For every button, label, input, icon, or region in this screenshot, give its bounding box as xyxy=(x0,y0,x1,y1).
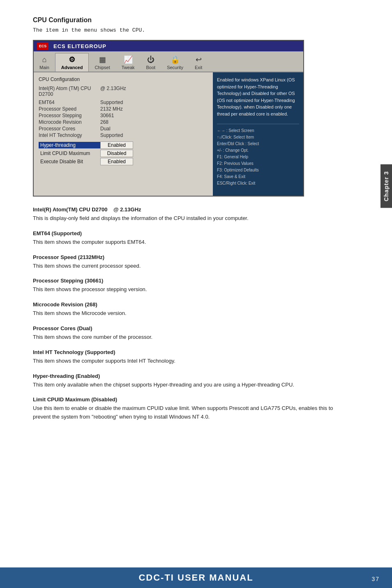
security-icon: 🔒 xyxy=(171,55,180,64)
footer-title: CDC-TI USER MANUAL xyxy=(138,572,253,583)
limit-cpuid-row[interactable]: Limit CPUID Maximum Disabled xyxy=(39,150,208,157)
section-text-microcode: This item shows the Microcode version. xyxy=(33,309,347,318)
section-hyper-threading: Hyper-threading (Enabled) This item only… xyxy=(33,373,347,389)
intel-ht-value: Supported xyxy=(100,132,123,138)
key-f3: F3: Optimized Defaults xyxy=(217,167,299,174)
section-heading-limit-cpuid: Limit CPUID Maximum (Disabled) xyxy=(33,396,347,403)
emt64-label: EMT64 xyxy=(39,100,100,105)
bios-header: ECS ECS ELITEGROUP xyxy=(34,41,303,51)
boot-icon: ⏻ xyxy=(147,56,154,64)
ecs-logo-icon: ECS xyxy=(37,42,48,50)
bottom-banner: CDC-TI USER MANUAL 37 xyxy=(0,567,392,588)
section-text-proc-speed: This item shows the current processor sp… xyxy=(33,262,347,271)
cpu-name-label: Intel(R) Atom (TM) CPU D2700 xyxy=(39,86,100,97)
key-select-screen: ←→ : Select Screen xyxy=(217,127,299,134)
section-proc-stepping: Processor Stepping (30661) This item sho… xyxy=(33,278,347,294)
page-title: CPU Configuration xyxy=(33,16,367,24)
section-microcode: Microcode Revision (268) This item shows… xyxy=(33,301,347,318)
section-heading-proc-speed: Processor Speed (2132MHz) xyxy=(33,254,347,260)
proc-cores-row: Processor Cores Dual xyxy=(39,126,208,132)
section-text-cpu-name: This is display-only field and displays … xyxy=(33,214,347,223)
bios-section-title: CPU Configuration xyxy=(39,76,208,82)
section-heading-emt64: EMT64 (Supported) xyxy=(33,230,347,236)
microcode-label: Microcode Revision xyxy=(39,119,100,125)
nav-label-tweak: Tweak xyxy=(122,65,135,70)
key-select-item: ↑↓/Click: Select Item xyxy=(217,134,299,141)
section-text-hyper-threading: This item only available when the chipse… xyxy=(33,381,347,389)
intel-ht-label: Intel HT Technology xyxy=(39,132,100,138)
proc-cores-label: Processor Cores xyxy=(39,126,100,132)
bios-nav: ⌂ Main ⚙ Advanced ▦ Chipset 📈 Tweak ⏻ Bo… xyxy=(34,51,303,72)
nav-label-chipset: Chipset xyxy=(95,65,110,70)
cpu-name-row: Intel(R) Atom (TM) CPU D2700 @ 2.13GHz xyxy=(39,86,208,97)
section-proc-speed: Processor Speed (2132MHz) This item show… xyxy=(33,254,347,271)
section-heading-proc-stepping: Processor Stepping (30661) xyxy=(33,278,347,284)
key-esc: ESC/Right Click: Exit xyxy=(217,180,299,187)
proc-speed-label: Processor Speed xyxy=(39,106,100,112)
intel-ht-row: Intel HT Technology Supported xyxy=(39,132,208,138)
chipset-icon: ▦ xyxy=(99,55,106,64)
bios-ui: ECS ECS ELITEGROUP ⌂ Main ⚙ Advanced ▦ C… xyxy=(33,40,304,197)
nav-label-exit: Exit xyxy=(195,65,202,70)
emt64-row: EMT64 Supported xyxy=(39,100,208,105)
microcode-row: Microcode Revision 268 xyxy=(39,119,208,125)
page-content: CPU Configuration The item in the menu s… xyxy=(33,16,367,421)
execute-disable-value: Enabled xyxy=(100,158,133,165)
nav-label-security: Security xyxy=(167,65,183,70)
limit-cpuid-value: Disabled xyxy=(100,150,133,157)
description-sections: Intel(R) Atom(TM) CPU D2700 @ 2.13GHz Th… xyxy=(33,206,347,421)
nav-label-advanced: Advanced xyxy=(61,65,83,70)
exit-icon: ↩ xyxy=(196,55,202,64)
section-text-proc-stepping: This item shows the processor stepping v… xyxy=(33,285,347,294)
section-text-proc-cores: This item shows the core number of the p… xyxy=(33,333,347,342)
bios-keys: ←→ : Select Screen ↑↓/Click: Select Item… xyxy=(217,124,299,187)
tweak-icon: 📈 xyxy=(124,55,133,64)
hyper-threading-label: Hyper-threading xyxy=(39,142,100,148)
execute-disable-label: Execute Disable Bit xyxy=(39,158,100,165)
section-heading-hyper-threading: Hyper-threading (Enabled) xyxy=(33,373,347,379)
cpu-name-value: @ 2.13GHz xyxy=(100,86,126,97)
section-intel-ht: Intel HT Technology (Supported) This ite… xyxy=(33,349,347,366)
execute-disable-row[interactable]: Execute Disable Bit Enabled xyxy=(39,158,208,165)
section-cpu-name: Intel(R) Atom(TM) CPU D2700 @ 2.13GHz Th… xyxy=(33,206,347,223)
key-f2: F2: Previous Values xyxy=(217,160,299,167)
bios-brand: ECS ELITEGROUP xyxy=(53,43,106,49)
nav-label-main: Main xyxy=(39,65,49,70)
nav-item-exit[interactable]: ↩ Exit xyxy=(189,53,208,72)
proc-stepping-row: Processor Stepping 30661 xyxy=(39,113,208,118)
section-emt64: EMT64 (Supported) This item shows the co… xyxy=(33,230,347,247)
nav-item-main[interactable]: ⌂ Main xyxy=(34,54,55,72)
bios-help-panel: Enabled for windows XPand Linux (OS opti… xyxy=(213,72,303,196)
bios-help-text: Enabled for windows XPand Linux (OS opti… xyxy=(217,76,299,117)
proc-speed-value: 2132 MHz xyxy=(100,106,123,112)
section-text-limit-cpuid: Use this item to enable or disable the m… xyxy=(33,404,347,421)
nav-item-security[interactable]: 🔒 Security xyxy=(161,53,189,72)
section-text-emt64: This item shows the computer supports EM… xyxy=(33,238,347,247)
nav-item-boot[interactable]: ⏻ Boot xyxy=(141,54,161,72)
section-proc-cores: Processor Cores (Dual) This item shows t… xyxy=(33,325,347,342)
chapter-tab: Chapter 3 xyxy=(380,164,392,208)
bios-content: CPU Configuration Intel(R) Atom (TM) CPU… xyxy=(34,72,303,196)
section-heading-microcode: Microcode Revision (268) xyxy=(33,301,347,308)
key-enter: Enter/Dbl Click : Select xyxy=(217,141,299,147)
section-limit-cpuid: Limit CPUID Maximum (Disabled) Use this … xyxy=(33,396,347,421)
nav-item-tweak[interactable]: 📈 Tweak xyxy=(116,53,141,72)
nav-item-advanced[interactable]: ⚙ Advanced xyxy=(55,53,89,72)
key-f4: F4: Save & Exit xyxy=(217,174,299,180)
bios-main-panel: CPU Configuration Intel(R) Atom (TM) CPU… xyxy=(34,72,213,196)
limit-cpuid-label: Limit CPUID Maximum xyxy=(39,150,100,157)
advanced-icon: ⚙ xyxy=(69,55,75,64)
nav-item-chipset[interactable]: ▦ Chipset xyxy=(89,53,115,72)
emt64-value: Supported xyxy=(100,100,123,105)
section-text-intel-ht: This item shows the computer supports In… xyxy=(33,357,347,366)
proc-stepping-value: 30661 xyxy=(100,113,114,118)
section-heading-intel-ht: Intel HT Technology (Supported) xyxy=(33,349,347,355)
hyper-threading-row[interactable]: Hyper-threading Enabled xyxy=(39,141,208,149)
key-change-opt: +/- : Change Opt. xyxy=(217,147,299,154)
section-heading-proc-cores: Processor Cores (Dual) xyxy=(33,325,347,331)
nav-label-boot: Boot xyxy=(146,65,156,70)
page-number: 37 xyxy=(371,576,380,582)
key-f1: F1: General Help xyxy=(217,154,299,160)
proc-cores-value: Dual xyxy=(100,126,111,132)
section-heading-cpu-name: Intel(R) Atom(TM) CPU D2700 @ 2.13GHz xyxy=(33,206,347,213)
